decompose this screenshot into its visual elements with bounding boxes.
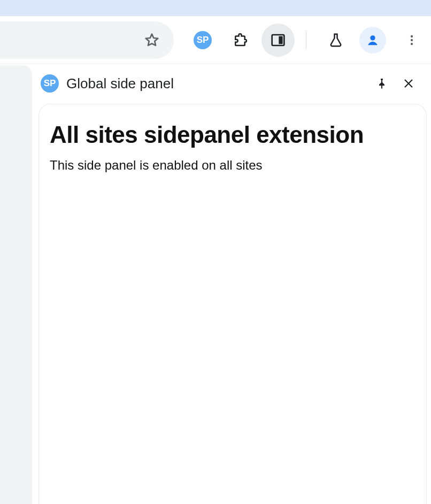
svg-point-3: [411, 35, 413, 37]
sidepanel-content: All sites sidepanel extension This side …: [39, 104, 427, 504]
toolbar-separator: [306, 32, 306, 49]
pin-icon[interactable]: [372, 74, 391, 93]
content-description: This side panel is enabled on all sites: [50, 158, 415, 173]
browser-toolbar: SP: [0, 16, 431, 64]
close-icon[interactable]: [399, 74, 418, 93]
page-content-edge: [0, 65, 32, 504]
bookmark-star-icon[interactable]: [140, 28, 164, 52]
sidepanel-title: Global side panel: [66, 75, 365, 92]
profile-avatar-icon[interactable]: [359, 27, 386, 54]
svg-point-2: [370, 35, 375, 40]
sp-badge: SP: [194, 31, 212, 49]
extension-sp-icon[interactable]: SP: [191, 28, 214, 52]
sidepanel-toggle-icon[interactable]: [261, 24, 295, 57]
labs-flask-icon[interactable]: [324, 28, 348, 52]
svg-rect-1: [279, 36, 282, 44]
svg-point-5: [411, 42, 413, 44]
extensions-puzzle-icon[interactable]: [228, 28, 252, 52]
svg-point-4: [411, 39, 413, 41]
sidepanel-badge-icon: SP: [41, 74, 59, 93]
overflow-menu-icon[interactable]: [400, 28, 424, 52]
window-titlebar: [0, 0, 431, 16]
sidepanel-header: SP Global side panel: [32, 66, 431, 101]
content-heading: All sites sidepanel extension: [50, 121, 415, 148]
side-panel: SP Global side panel All sites sidepanel…: [32, 64, 431, 504]
